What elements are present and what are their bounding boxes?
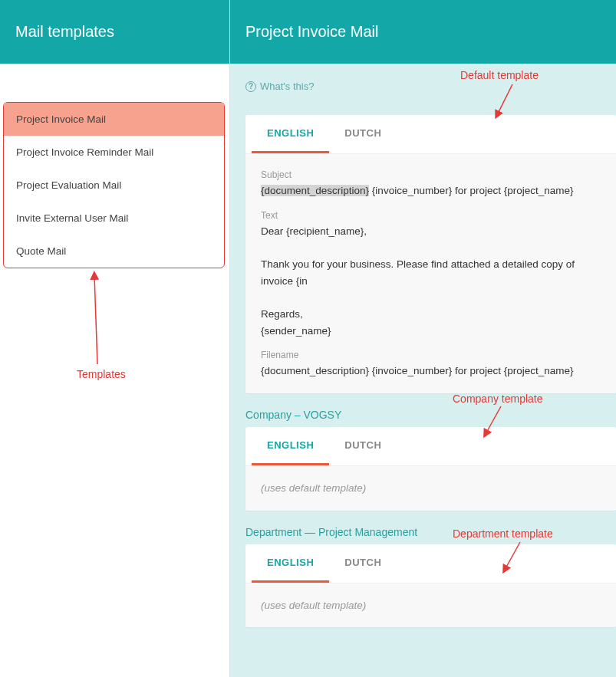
template-item-quote-mail[interactable]: Quote Mail [4, 235, 224, 268]
filename-label: Filename [261, 348, 601, 363]
company-template-card: ENGLISH DUTCH (uses default template) [245, 427, 616, 511]
content-area: ? What's this? ENGLISH DUTCH Subject {do… [230, 64, 616, 650]
template-list: Project Invoice Mail Project Invoice Rem… [3, 102, 225, 268]
department-card-body: (uses default template) [245, 583, 616, 628]
template-item-project-invoice[interactable]: Project Invoice Mail [4, 103, 224, 136]
company-heading: Company – VOGSY [245, 409, 616, 421]
text-body: Dear {recipient_name}, Thank you for you… [261, 223, 601, 339]
tab-english-default[interactable]: ENGLISH [252, 115, 329, 153]
department-template-card: ENGLISH DUTCH (uses default template) [245, 544, 616, 628]
page-title: Project Invoice Mail [230, 0, 616, 64]
whats-this-link[interactable]: ? What's this? [245, 81, 314, 92]
template-item-invite-external-user[interactable]: Invite External User Mail [4, 202, 224, 235]
subject-highlight: {document_description} [261, 185, 369, 196]
tab-dutch-default[interactable]: DUTCH [329, 115, 397, 153]
filename-value: {document_description} {invoice_number} … [261, 363, 601, 380]
subject-value: {document_description} {invoice_number} … [261, 182, 601, 199]
main-panel: Project Invoice Mail ? What's this? ENGL… [230, 0, 616, 677]
subject-rest: {invoice_number} for project {project_na… [369, 185, 573, 196]
tab-dutch-company[interactable]: DUTCH [329, 427, 397, 465]
department-uses-default: (uses default template) [261, 600, 366, 611]
default-template-card: ENGLISH DUTCH Subject {document_descript… [245, 115, 616, 393]
default-tabs: ENGLISH DUTCH [245, 115, 616, 154]
department-tabs: ENGLISH DUTCH [245, 544, 616, 583]
template-item-project-invoice-reminder[interactable]: Project Invoice Reminder Mail [4, 136, 224, 169]
company-tabs: ENGLISH DUTCH [245, 427, 616, 466]
tab-english-company[interactable]: ENGLISH [252, 427, 329, 465]
sidebar: Mail templates Project Invoice Mail Proj… [0, 0, 230, 677]
company-card-body: (uses default template) [245, 466, 616, 511]
whats-this-label: What's this? [260, 81, 314, 92]
template-item-project-evaluation[interactable]: Project Evaluation Mail [4, 169, 224, 202]
tab-dutch-department[interactable]: DUTCH [329, 544, 397, 583]
text-label: Text [261, 209, 601, 223]
help-icon: ? [245, 81, 256, 92]
tab-english-department[interactable]: ENGLISH [252, 544, 329, 583]
department-heading: Department — Project Management [245, 526, 616, 538]
default-card-body: Subject {document_description} {invoice_… [245, 154, 616, 393]
subject-label: Subject [261, 168, 601, 182]
company-uses-default: (uses default template) [261, 482, 366, 494]
sidebar-title: Mail templates [0, 0, 229, 64]
